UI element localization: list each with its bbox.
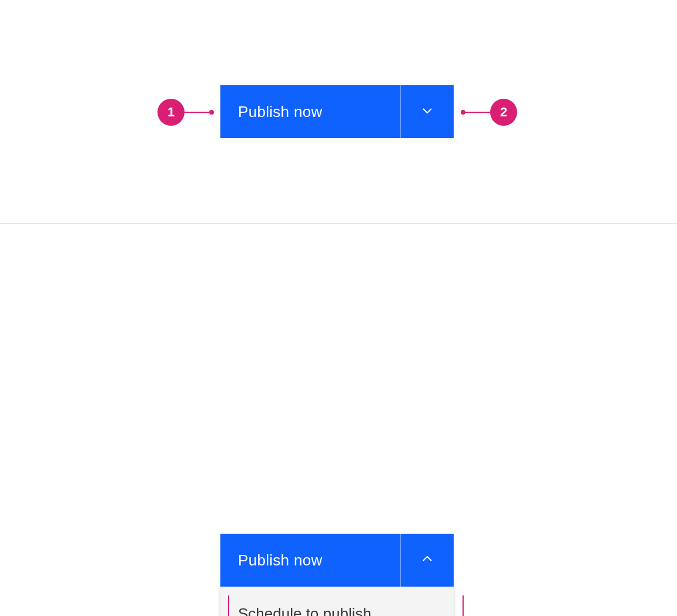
annotation-line — [185, 112, 212, 113]
annotation-dot — [209, 110, 214, 115]
publish-now-button[interactable]: Publish now — [220, 85, 401, 138]
menu-item-schedule-publish[interactable]: Schedule to publish — [220, 587, 454, 616]
dropdown-menu: Schedule to publish Save as draft Return… — [220, 587, 454, 616]
dropdown-trigger-expanded[interactable] — [401, 534, 454, 587]
example-expanded: Publish now Schedule to publish Save as … — [0, 223, 677, 616]
dropdown-trigger-collapsed[interactable] — [401, 85, 454, 138]
example-collapsed: Publish now 1 2 — [0, 0, 677, 223]
split-button-expanded: Publish now — [220, 534, 454, 587]
menu-item-label: Schedule to publish — [238, 605, 371, 616]
annotation-dot — [461, 110, 465, 115]
annotation-badge-2: 2 — [490, 99, 517, 126]
publish-now-button[interactable]: Publish now — [220, 534, 401, 587]
split-button-collapsed: Publish now — [220, 85, 454, 138]
chevron-up-icon — [420, 552, 434, 568]
publish-now-label: Publish now — [238, 551, 323, 570]
annotation-number: 1 — [167, 105, 175, 120]
annotation-line — [463, 112, 490, 113]
annotation-badge-1: 1 — [157, 99, 185, 126]
annotation-number: 2 — [500, 105, 507, 120]
chevron-down-icon — [420, 103, 434, 120]
annotation-line — [228, 595, 229, 616]
annotation-line — [462, 595, 464, 616]
publish-now-label: Publish now — [238, 103, 323, 121]
